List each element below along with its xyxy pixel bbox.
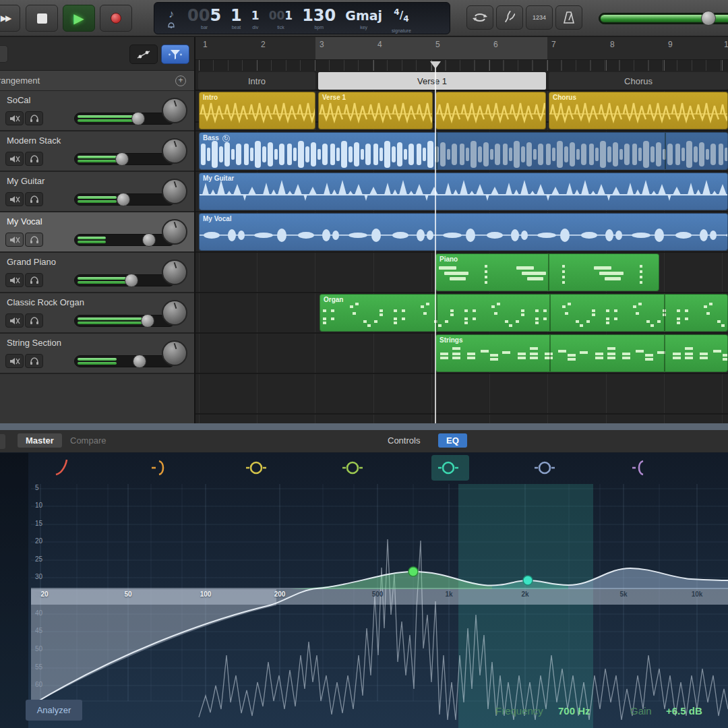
mute-button[interactable] (5, 152, 24, 166)
fast-forward-button[interactable]: ▶▶ (0, 5, 20, 32)
record-button[interactable] (100, 5, 132, 32)
pan-knob[interactable] (162, 300, 187, 326)
track-header-classic-rock-organ[interactable]: Classic Rock Organ (0, 293, 194, 334)
track-filter-button[interactable] (161, 44, 189, 64)
pan-knob[interactable] (162, 98, 187, 123)
cycle-button[interactable] (466, 5, 493, 30)
region-socal-chorus[interactable]: Chorus (549, 92, 728, 129)
eq-band-7-high-shelf-button[interactable] (628, 457, 653, 479)
region-my-guitar[interactable]: My Guitar (199, 173, 728, 210)
playhead-handle[interactable] (430, 61, 441, 69)
solo-button[interactable] (25, 313, 43, 328)
clipped-button[interactable] (0, 45, 8, 63)
region-organ[interactable]: Organ (320, 294, 728, 332)
pan-knob[interactable] (162, 179, 187, 204)
region-my-vocal[interactable]: My Vocal (199, 213, 728, 251)
pan-knob[interactable] (162, 340, 187, 366)
bar-ruler[interactable]: 1 2 3 4 5 6 7 8 9 10 (195, 37, 728, 71)
add-arrangement-icon[interactable]: + (175, 75, 186, 86)
metronome-button[interactable] (555, 5, 582, 30)
region-bass[interactable]: Bass↻ (199, 132, 728, 170)
region-strings[interactable]: Strings (435, 334, 728, 372)
track-header-grand-piano[interactable]: Grand Piano (0, 253, 194, 293)
marker-verse-1[interactable]: Verse 1 (318, 72, 546, 90)
volume-knob[interactable] (131, 112, 145, 125)
volume-slider[interactable] (74, 234, 175, 246)
mute-button[interactable] (5, 111, 24, 125)
track-lanes[interactable]: Intro Verse 1 Chorus Bass↻ (195, 91, 728, 423)
panel-divider[interactable] (0, 423, 728, 430)
volume-knob[interactable] (142, 233, 156, 247)
mute-button[interactable] (5, 273, 24, 287)
volume-knob[interactable] (141, 314, 154, 328)
eq-band-3-bell-button[interactable] (244, 457, 268, 479)
lcd-div[interactable]: 1 div (251, 7, 260, 30)
lcd-key[interactable]: Gmaj key (345, 7, 382, 30)
solo-button[interactable] (25, 233, 43, 247)
volume-knob[interactable] (115, 152, 129, 166)
mute-button[interactable] (5, 354, 24, 368)
region-socal-verse-1[interactable]: Verse 1 (318, 92, 433, 129)
volume-slider[interactable] (74, 193, 175, 206)
master-volume-slider[interactable] (599, 11, 728, 26)
volume-knob[interactable] (133, 355, 146, 368)
stop-button[interactable] (26, 5, 58, 32)
playhead-line[interactable] (435, 61, 436, 423)
eq-tab[interactable]: EQ (438, 433, 467, 448)
solo-button[interactable] (25, 111, 43, 125)
pan-knob[interactable] (162, 138, 187, 164)
volume-knob[interactable] (125, 274, 138, 287)
clipped-button[interactable] (0, 434, 5, 449)
volume-slider[interactable] (74, 113, 175, 125)
region-socal-intro[interactable]: Intro (199, 92, 315, 129)
mute-button[interactable] (5, 192, 24, 206)
lcd-tempo[interactable]: 130 bpm (302, 7, 336, 30)
solo-button[interactable] (25, 273, 43, 287)
eq-band-1-highpass-button[interactable] (52, 457, 76, 479)
pan-knob[interactable] (162, 260, 187, 285)
pan-knob[interactable] (162, 219, 187, 245)
solo-button[interactable] (25, 152, 43, 166)
solo-button[interactable] (25, 192, 43, 206)
marker-chorus[interactable]: Chorus (549, 72, 728, 90)
frequency-value[interactable]: 700 Hz (558, 705, 590, 717)
track-header-modern-stack[interactable]: Modern Stack (0, 131, 194, 172)
tuner-button[interactable] (496, 5, 523, 30)
track-header-my-guitar[interactable]: My Guitar (0, 172, 194, 212)
automation-button[interactable] (129, 44, 158, 64)
region-piano[interactable]: Piano (435, 253, 659, 291)
eq-band-5-region[interactable] (458, 484, 593, 728)
marker-intro[interactable]: Intro (198, 72, 315, 90)
volume-slider[interactable] (74, 153, 175, 165)
lcd-display[interactable]: ♪ 005 bar 1 beat 1 div 001 tick (154, 2, 450, 34)
track-header-socal[interactable]: SoCal (0, 91, 194, 131)
mute-button[interactable] (5, 313, 24, 328)
volume-knob[interactable] (117, 193, 130, 206)
eq-band-5-bell-button[interactable] (436, 457, 460, 479)
mute-button[interactable] (5, 233, 24, 247)
eq-handle-2k[interactable] (523, 576, 533, 585)
eq-band-6-bell-button[interactable] (533, 457, 557, 479)
play-button[interactable]: ▶ (63, 5, 95, 32)
region-socal-loop[interactable] (435, 92, 546, 129)
lcd-bar[interactable]: 005 bar (187, 7, 221, 30)
lcd-tick[interactable]: 001 tick (269, 7, 293, 30)
master-tab[interactable]: Master (18, 433, 62, 448)
gain-value[interactable]: +6.5 dB (666, 705, 702, 717)
eq-band-2-low-shelf-button[interactable] (148, 457, 173, 479)
track-header-my-vocal[interactable]: My Vocal (0, 212, 194, 253)
volume-slider[interactable] (74, 315, 175, 327)
count-in-button[interactable]: 1234 (526, 5, 553, 30)
solo-button[interactable] (25, 354, 43, 368)
eq-band-4-bell-button[interactable] (340, 457, 365, 479)
lcd-beat[interactable]: 1 beat (231, 7, 242, 30)
controls-tab[interactable]: Controls (388, 435, 420, 446)
compare-button[interactable]: Compare (70, 435, 106, 446)
volume-slider[interactable] (74, 274, 175, 286)
volume-knob[interactable] (701, 11, 716, 26)
volume-slider[interactable] (74, 355, 175, 367)
track-header-string-section[interactable]: String Section (0, 334, 194, 374)
lcd-signature[interactable]: 4/4 signature (392, 3, 411, 33)
arrangement-track-header[interactable]: Arrangement + (0, 71, 194, 91)
eq-handle-700hz[interactable] (408, 567, 418, 576)
